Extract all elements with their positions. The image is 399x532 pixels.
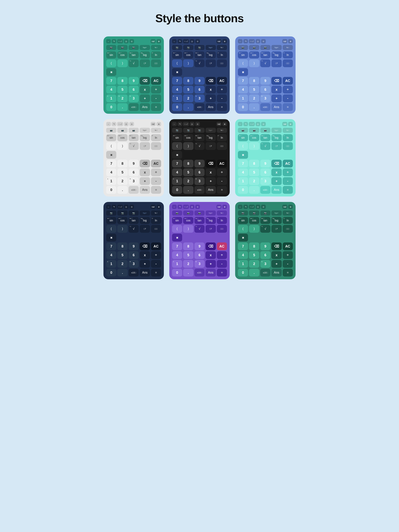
x10-btn[interactable]: x10□ xyxy=(194,186,205,194)
n6-btn[interactable]: 6 xyxy=(129,168,139,176)
eq-btn[interactable]: = xyxy=(217,269,227,277)
oparen-btn[interactable]: ( xyxy=(172,142,182,150)
pct-btn[interactable]: % ! xyxy=(217,128,227,133)
sub-btn[interactable]: - xyxy=(151,260,161,268)
eq-btn[interactable]: = xyxy=(283,269,293,277)
back-btn[interactable]: ← xyxy=(172,39,177,44)
n9-btn[interactable]: 9 xyxy=(194,160,205,167)
sq-btn[interactable]: □² xyxy=(206,225,216,233)
cam2-btn[interactable]: 📷 xyxy=(117,210,127,215)
n0-btn[interactable]: 0 xyxy=(172,186,182,194)
box-btn[interactable]: □□ xyxy=(283,225,293,233)
time-btn[interactable]: ◷ xyxy=(124,122,129,126)
n8-btn[interactable]: 8 xyxy=(249,77,259,85)
cam2-btn[interactable]: 📷 xyxy=(183,210,193,215)
n1-btn[interactable]: e1 xyxy=(106,95,116,102)
box-btn[interactable]: □□ xyxy=(151,142,161,150)
n9-btn[interactable]: 9 xyxy=(194,242,205,250)
n3-btn[interactable]: π3 xyxy=(194,95,205,102)
n7-btn[interactable]: 7 xyxy=(238,242,248,250)
n4-btn[interactable]: 4 xyxy=(238,86,248,94)
mem-btn[interactable]: ▣ xyxy=(172,151,182,159)
extra-btn[interactable]: ⊕ xyxy=(288,122,293,126)
back-btn[interactable]: ← xyxy=(238,39,243,44)
n5-btn[interactable]: 5 xyxy=(249,86,259,94)
add-btn[interactable]: + xyxy=(271,260,282,268)
add-btn[interactable]: + xyxy=(206,177,216,185)
n1-btn[interactable]: e1 xyxy=(238,95,248,102)
cam-btn[interactable]: 📷 xyxy=(106,45,116,50)
swap-btn[interactable]: −↔/ xyxy=(183,122,189,126)
back-btn[interactable]: ← xyxy=(238,122,243,126)
add-btn[interactable]: + xyxy=(140,95,150,102)
x10-btn[interactable]: x10□ xyxy=(129,186,139,194)
x10-btn[interactable]: x10□ xyxy=(194,103,205,111)
n2-btn[interactable]: 2 xyxy=(117,177,127,185)
cam3-btn[interactable]: 📷 xyxy=(194,210,205,215)
ans-btn[interactable]: Ans xyxy=(206,269,216,277)
n7-btn[interactable]: 7 xyxy=(106,77,116,85)
sqrt-btn[interactable]: ³√√ xyxy=(260,225,270,233)
del-btn[interactable]: ⌫ xyxy=(140,77,150,85)
rad-btn[interactable]: rad xyxy=(151,122,156,126)
n1-btn[interactable]: e1 xyxy=(172,177,182,185)
n5-btn[interactable]: 5 xyxy=(183,86,193,94)
hyp-btn[interactable]: hyp+ xyxy=(140,128,150,133)
box-btn[interactable]: □□ xyxy=(151,225,161,233)
dot-btn[interactable]: . xyxy=(183,269,193,277)
ans-btn[interactable]: Ans xyxy=(206,103,216,111)
mem-btn[interactable]: ▣ xyxy=(238,234,248,241)
n2-btn[interactable]: π2 xyxy=(117,95,127,102)
n9-btn[interactable]: 9 xyxy=(260,160,270,167)
pct-btn[interactable]: % ! xyxy=(283,128,293,133)
box-btn[interactable]: □□ xyxy=(283,59,293,67)
extra-btn[interactable]: ⊕ xyxy=(288,205,293,209)
tan-btn[interactable]: tan⁻¹tan xyxy=(260,217,270,224)
n1-btn[interactable]: e1 xyxy=(106,177,116,185)
sqrt-btn[interactable]: ³√√ xyxy=(129,59,139,67)
n5-btn[interactable]: 5 xyxy=(183,251,193,259)
ans-btn[interactable]: Ans xyxy=(271,186,282,194)
cparen-btn[interactable]: ) xyxy=(183,59,193,67)
mem-btn[interactable]: ▣ xyxy=(238,68,248,76)
fwd-btn[interactable]: ↷ xyxy=(178,205,182,209)
fwd-btn[interactable]: ↷ xyxy=(112,122,116,126)
settings-btn[interactable]: ⊙ xyxy=(261,39,266,44)
ac-btn[interactable]: AC xyxy=(151,77,161,85)
log-btn[interactable]: log_log xyxy=(271,217,282,224)
fwd-btn[interactable]: ↷ xyxy=(178,122,182,126)
settings-btn[interactable]: ⊙ xyxy=(261,205,266,209)
tan-btn[interactable]: tan⁻¹tan xyxy=(260,51,270,58)
div-btn[interactable]: ÷ xyxy=(217,168,227,176)
sub-btn[interactable]: - xyxy=(217,260,227,268)
del-btn[interactable]: ⌫ xyxy=(206,242,216,250)
cparen-btn[interactable]: ) xyxy=(183,142,193,150)
div-btn[interactable]: ÷ xyxy=(283,251,293,259)
n0-btn[interactable]: 0 xyxy=(106,103,116,111)
log-btn[interactable]: log_log xyxy=(140,217,150,224)
sub-btn[interactable]: - xyxy=(217,95,227,102)
ln-btn[interactable]: eˣln xyxy=(283,134,293,141)
cam-btn[interactable]: 📷 xyxy=(238,210,248,215)
cam-btn[interactable]: 📷 xyxy=(172,45,182,50)
cos-btn[interactable]: cos⁻¹cos xyxy=(183,134,193,141)
cam2-btn[interactable]: 📷 xyxy=(249,210,259,215)
ac-btn[interactable]: AC xyxy=(217,77,227,85)
back-btn[interactable]: ← xyxy=(172,122,177,126)
sin-btn[interactable]: sin⁻¹sin xyxy=(106,134,116,141)
cam2-btn[interactable]: 📷 xyxy=(249,128,259,133)
cparen-btn[interactable]: ) xyxy=(183,225,193,233)
n7-btn[interactable]: 7 xyxy=(172,77,182,85)
ans-btn[interactable]: Ans xyxy=(271,269,282,277)
add-btn[interactable]: + xyxy=(206,260,216,268)
add-btn[interactable]: + xyxy=(271,95,282,102)
dot-btn[interactable]: . xyxy=(117,103,127,111)
n4-btn[interactable]: 4 xyxy=(238,251,248,259)
log-btn[interactable]: log_log xyxy=(206,217,216,224)
log-btn[interactable]: log_log xyxy=(271,51,282,58)
n8-btn[interactable]: 8 xyxy=(249,160,259,167)
extra-btn[interactable]: ⊕ xyxy=(156,205,161,209)
back-btn[interactable]: ← xyxy=(106,122,111,126)
cam2-btn[interactable]: 📷 xyxy=(183,45,193,50)
oparen-btn[interactable]: ( xyxy=(238,142,248,150)
